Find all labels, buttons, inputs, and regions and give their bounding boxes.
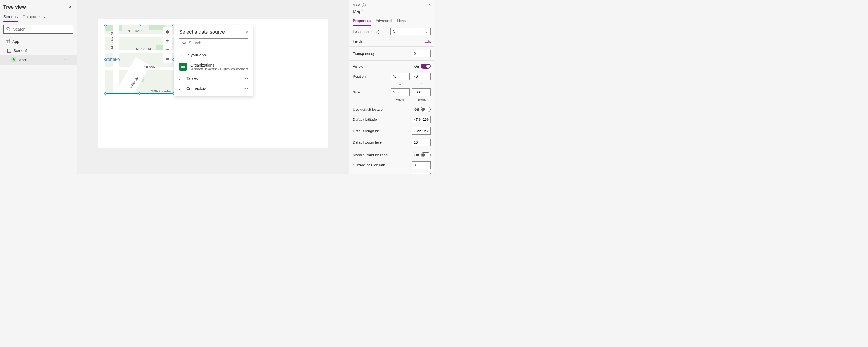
close-icon[interactable]: ✕ (68, 4, 72, 10)
close-icon[interactable]: ✕ (245, 30, 248, 35)
resize-handle[interactable] (104, 92, 106, 95)
resize-handle[interactable] (138, 92, 141, 95)
resize-handle[interactable] (104, 24, 106, 26)
position-x-input[interactable] (391, 73, 409, 80)
tree-item-app[interactable]: App (0, 36, 77, 46)
resize-handle[interactable] (104, 58, 106, 61)
data-source-subtitle: Microsoft Dataverse - Current environmen… (190, 67, 248, 71)
prop-current-latitude-label: Current location latit... (353, 163, 388, 167)
properties-panel: MAP ? › Map1 Properties Advanced Ideas L… (349, 0, 434, 174)
chevron-right-icon: › (179, 86, 183, 91)
tab-screens[interactable]: Screens (3, 12, 18, 22)
locations-value: None (393, 30, 401, 34)
edit-fields-link[interactable]: Edit (425, 39, 431, 43)
flyout-section-connectors[interactable]: › Connectors ··· (174, 84, 253, 94)
map-pitch-button[interactable]: ▰ (163, 54, 172, 63)
map-toolbar: ◆ + − ▰ (163, 27, 172, 63)
section-label: Connectors (186, 86, 207, 91)
prop-locations-label: Locations(Items) (353, 30, 379, 34)
map-zoom-in-button[interactable]: + (163, 36, 172, 45)
prop-show-current-location-label: Show current location (353, 153, 388, 157)
svg-line-7 (185, 43, 186, 44)
x-sublabel: X (391, 82, 409, 86)
prop-transparency-label: Transparency (353, 52, 375, 56)
map-icon (11, 57, 16, 62)
tree-item-map1[interactable]: Map1 ··· (0, 55, 77, 65)
chevron-down-icon[interactable]: ⌄ (2, 49, 5, 53)
flyout-title: Select a data source (179, 29, 225, 35)
prop-default-zoom-label: Default zoom level (353, 140, 382, 145)
section-label: In your app (186, 53, 206, 57)
svg-point-9 (183, 66, 185, 68)
control-type-label: MAP (353, 3, 360, 7)
svg-point-6 (183, 41, 185, 44)
canvas[interactable]: 148th Ave NE NE 51st St NE 40th St NE 30… (77, 0, 349, 174)
size-height-input[interactable] (412, 89, 431, 96)
transparency-input[interactable] (412, 50, 431, 57)
prop-fields-label: Fields (353, 39, 363, 43)
chevron-down-icon: ⌄ (179, 53, 183, 57)
default-zoom-input[interactable] (412, 138, 431, 146)
visible-toggle[interactable] (421, 64, 431, 69)
help-icon[interactable]: ? (362, 3, 366, 7)
default-latitude-input[interactable] (412, 116, 431, 123)
data-source-organizations[interactable]: Organizations Microsoft Dataverse - Curr… (174, 60, 253, 73)
flyout-section-tables[interactable]: › Tables ··· (174, 73, 253, 84)
dataverse-icon (179, 63, 187, 71)
locations-dropdown[interactable]: None ⌄ (390, 28, 431, 35)
more-icon[interactable]: ··· (243, 86, 248, 91)
control-name: Map1 (353, 8, 431, 17)
tab-ideas[interactable]: Ideas (397, 17, 406, 26)
use-default-location-toggle[interactable] (421, 107, 431, 112)
tab-properties[interactable]: Properties (353, 17, 371, 26)
visible-value-label: On (414, 64, 419, 68)
show-current-location-value-label: Off (414, 153, 419, 157)
y-sublabel: Y (412, 82, 431, 86)
tree-item-label: App (12, 39, 19, 44)
search-icon (6, 27, 10, 32)
tab-components[interactable]: Components (23, 12, 44, 22)
chevron-down-icon: ⌄ (425, 30, 428, 34)
data-source-flyout: Select a data source ✕ ⌄ In your app (174, 25, 253, 96)
search-icon (182, 40, 186, 45)
svg-line-1 (9, 30, 10, 31)
map-attribution: ©2022 TomTom (151, 90, 173, 93)
more-icon[interactable]: ··· (64, 58, 73, 62)
expand-icon[interactable]: › (429, 2, 431, 8)
height-sublabel: Height (412, 98, 431, 101)
flyout-search-input[interactable] (179, 38, 248, 47)
road-label: NE 51st St (128, 29, 143, 33)
map-locate-button[interactable]: ◆ (163, 27, 172, 36)
tab-advanced[interactable]: Advanced (376, 17, 392, 26)
tree-search-input[interactable] (3, 25, 73, 34)
prop-visible-label: Visible (353, 64, 363, 68)
show-current-location-toggle[interactable] (421, 153, 431, 158)
road-label: 148th Ave NE (111, 31, 114, 50)
current-longitude-input[interactable] (412, 173, 431, 174)
svg-point-0 (7, 27, 9, 30)
size-width-input[interactable] (391, 89, 409, 96)
map-control[interactable]: 148th Ave NE NE 51st St NE 40th St NE 30… (105, 25, 174, 94)
road-label: NE 40th St (136, 47, 151, 51)
section-label: Tables (186, 76, 197, 81)
place-label: verlake (105, 57, 120, 62)
tree-view-panel: Tree view ✕ Screens Components App ⌄ Sc (0, 0, 77, 174)
flyout-section-in-your-app[interactable]: ⌄ In your app (174, 50, 253, 60)
current-latitude-input[interactable] (412, 161, 431, 169)
tree-item-label: Screen1 (13, 49, 28, 53)
prop-size-label: Size (353, 90, 360, 94)
app-icon (6, 39, 10, 44)
road-label: NE 30th (144, 66, 155, 69)
svg-rect-2 (6, 39, 10, 43)
map-zoom-out-button[interactable]: − (163, 45, 172, 54)
svg-point-5 (13, 59, 14, 60)
more-icon[interactable]: ··· (243, 76, 248, 81)
resize-handle[interactable] (138, 24, 141, 26)
prop-default-latitude-label: Default latitude (353, 118, 377, 122)
tree-item-screen1[interactable]: ⌄ Screen1 (0, 46, 77, 55)
position-y-input[interactable] (412, 73, 431, 80)
prop-position-label: Position (353, 74, 366, 78)
tree-item-label: Map1 (18, 58, 28, 62)
default-longitude-input[interactable] (412, 127, 431, 135)
prop-use-default-location-label: Use default location (353, 107, 384, 112)
